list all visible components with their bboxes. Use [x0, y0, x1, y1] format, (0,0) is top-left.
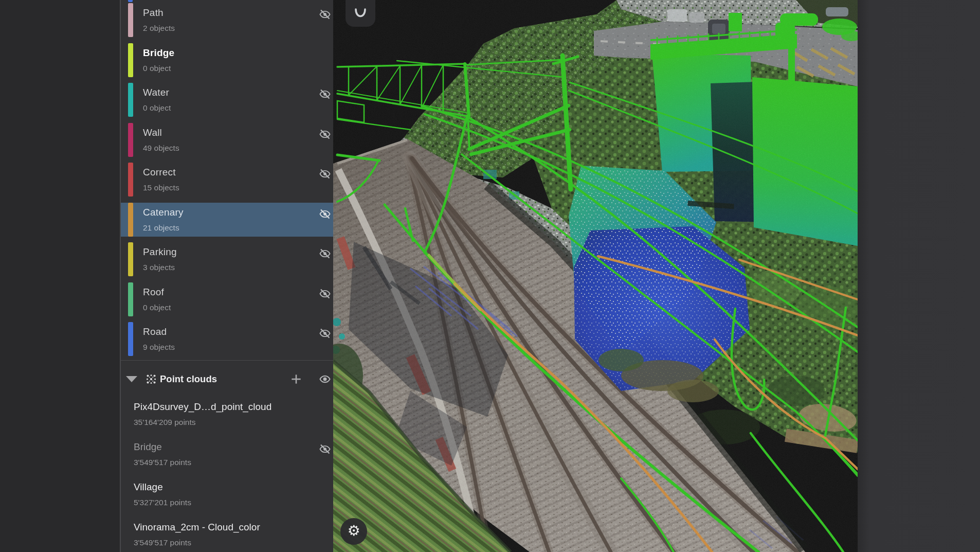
layer-row-catenary[interactable]: Catenary 21 objects [121, 203, 333, 237]
point-cloud-name: Vinorama_2cm - Cloud_color [134, 522, 260, 533]
add-point-cloud-button[interactable] [289, 372, 303, 386]
point-cloud-count: 5'327'201 points [134, 498, 191, 507]
layers-sidebar: Path 2 objects Bridge 0 object Water 0 o… [120, 0, 333, 552]
visibility-off-icon[interactable] [318, 327, 332, 340]
point-cloud-count: 3'549'517 points [134, 458, 191, 467]
point-clouds-header[interactable]: Point clouds [121, 366, 333, 392]
layer-color-swatch [128, 163, 133, 197]
visibility-on-icon[interactable] [318, 372, 332, 386]
settings-button[interactable]: ⚙ [340, 518, 367, 545]
layer-name: Path [143, 7, 164, 19]
layer-count: 3 objects [143, 263, 175, 272]
layer-color-swatch [128, 242, 133, 276]
layer-row-roof[interactable]: Roof 0 object [121, 282, 333, 316]
layer-count: 0 object [143, 303, 171, 312]
layer-color-swatch [128, 123, 133, 157]
layer-row-wall[interactable]: Wall 49 objects [121, 123, 333, 157]
layer-color-swatch [128, 282, 133, 316]
visibility-off-icon[interactable] [318, 8, 332, 21]
layer-row-water[interactable]: Water 0 object [121, 83, 333, 117]
right-panel [858, 0, 980, 552]
point-cloud-name: Pix4Dsurvey_D…d_point_cloud [134, 401, 271, 413]
layer-count: 21 objects [143, 223, 179, 233]
layer-row-bridge[interactable]: Bridge 0 object [121, 43, 333, 77]
layer-name: Water [143, 87, 169, 98]
point-cloud-name: Village [134, 482, 163, 493]
left-gutter [0, 0, 120, 552]
layer-name: Catenary [143, 207, 184, 218]
partial-layer-color-bar [128, 0, 133, 2]
layer-row-road[interactable]: Road 9 objects [121, 322, 333, 356]
layer-count: 0 object [143, 64, 171, 73]
layer-count: 9 objects [143, 343, 175, 352]
layer-name: Correct [143, 167, 176, 178]
layer-color-swatch [128, 203, 133, 237]
layer-name: Bridge [143, 47, 174, 59]
layer-count: 15 objects [143, 183, 179, 192]
layer-name: Roof [143, 287, 164, 298]
point-clouds-title: Point clouds [160, 373, 217, 385]
layer-count: 0 object [143, 103, 171, 113]
point-cloud-count: 35'164'209 points [134, 418, 196, 427]
visibility-off-icon[interactable] [318, 247, 332, 260]
application-window: Path 2 objects Bridge 0 object Water 0 o… [0, 0, 980, 552]
layer-name: Parking [143, 246, 177, 258]
point-cloud-name: Bridge [134, 441, 162, 453]
undo-button[interactable] [346, 0, 375, 27]
point-cloud-count: 3'549'517 points [134, 538, 191, 547]
visibility-off-icon[interactable] [318, 207, 332, 221]
layer-row-path[interactable]: Path 2 objects [121, 3, 333, 37]
layer-color-swatch [128, 322, 133, 356]
point-cloud-row[interactable]: Vinorama_2cm - Cloud_color 3'549'517 poi… [121, 515, 333, 552]
undo-icon [353, 5, 368, 21]
gear-icon: ⚙ [340, 522, 367, 539]
section-divider [121, 360, 333, 361]
chevron-down-icon[interactable] [126, 376, 137, 382]
layer-name: Wall [143, 127, 162, 138]
point-cloud-icon [144, 372, 158, 386]
point-cloud-row[interactable]: Village 5'327'201 points [121, 475, 333, 513]
layer-count: 49 objects [143, 144, 179, 153]
layer-color-swatch [128, 43, 133, 77]
visibility-off-icon[interactable] [318, 442, 332, 456]
visibility-off-icon[interactable] [318, 167, 332, 181]
visibility-off-icon[interactable] [318, 128, 332, 141]
layer-color-swatch [128, 83, 133, 117]
layer-row-correct[interactable]: Correct 15 objects [121, 163, 333, 197]
layer-row-parking[interactable]: Parking 3 objects [121, 242, 333, 276]
point-cloud-row[interactable]: Pix4Dsurvey_D…d_point_cloud 35'164'209 p… [121, 395, 333, 433]
layer-name: Road [143, 326, 167, 337]
point-cloud-row[interactable]: Bridge 3'549'517 points [121, 435, 333, 473]
3d-viewport[interactable]: ⚙ [333, 0, 858, 552]
layer-color-swatch [128, 3, 133, 37]
visibility-off-icon[interactable] [318, 287, 332, 300]
visibility-off-icon[interactable] [318, 87, 332, 101]
layer-count: 2 objects [143, 24, 175, 33]
point-cloud-scene [333, 0, 858, 552]
